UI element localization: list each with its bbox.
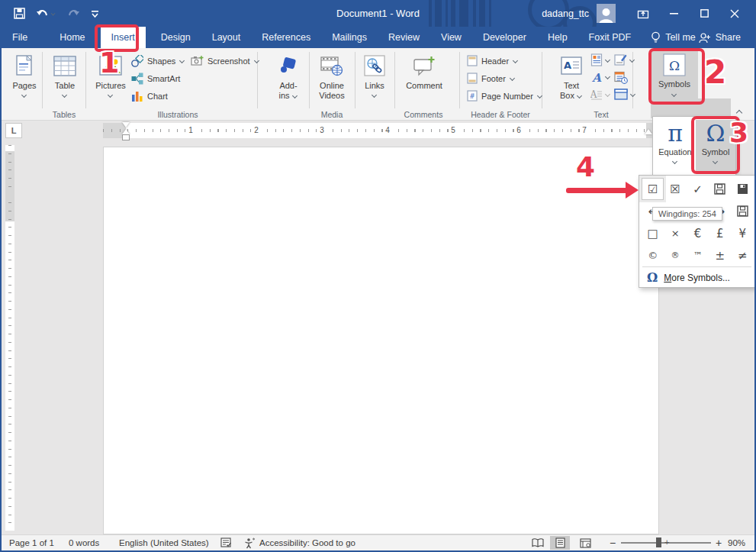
addins-button[interactable]: Add- ins bbox=[270, 50, 307, 108]
minimize-button[interactable] bbox=[658, 0, 689, 27]
symbol-cell-multiply[interactable]: × bbox=[664, 222, 686, 244]
symbol-cell-yen[interactable]: ¥ bbox=[732, 222, 754, 244]
zoom-in-button[interactable]: + bbox=[716, 535, 722, 550]
online-videos-label-line1: Online bbox=[320, 81, 344, 91]
smartart-button[interactable]: SmartArt bbox=[131, 73, 180, 85]
zoom-level[interactable]: 90% bbox=[728, 535, 745, 550]
wordart-button[interactable]: A bbox=[590, 71, 611, 83]
tab-home[interactable]: Home bbox=[49, 27, 95, 48]
ribbon-display-options-button[interactable] bbox=[628, 0, 658, 27]
close-button[interactable] bbox=[719, 0, 750, 27]
tab-stop-selector[interactable]: L bbox=[5, 123, 22, 138]
status-bar: Page 1 of 1 0 words English (United Stat… bbox=[2, 534, 754, 550]
links-button[interactable]: Links bbox=[358, 50, 391, 108]
tab-design[interactable]: Design bbox=[150, 27, 201, 48]
web-layout-button[interactable] bbox=[575, 536, 595, 550]
signature-line-chevron-icon bbox=[629, 58, 635, 63]
symbol-cell-floppy-light[interactable] bbox=[709, 178, 731, 200]
right-indent-marker[interactable] bbox=[645, 129, 652, 134]
symbol-cell-floppy-dark[interactable] bbox=[732, 178, 754, 200]
tab-help[interactable]: Help bbox=[537, 27, 578, 48]
tab-review[interactable]: Review bbox=[378, 27, 430, 48]
tab-foxit-pdf[interactable]: Foxit PDF bbox=[578, 27, 642, 48]
header-button[interactable]: Header bbox=[467, 55, 519, 66]
collapse-ribbon-button[interactable] bbox=[736, 109, 744, 115]
table-button[interactable]: Table bbox=[46, 50, 84, 108]
group-label-illustrations: Illustrations bbox=[157, 110, 198, 119]
symbol-cell-floppy-light-2[interactable] bbox=[732, 200, 754, 222]
symbol-cell-trademark[interactable]: ™ bbox=[687, 244, 709, 266]
pages-button[interactable]: Pages bbox=[8, 50, 41, 108]
annotation-number-3: 3 bbox=[729, 117, 748, 148]
symbol-gallery-dropdown: ☑ ☒ ✓ ← ↓ ↑ → □ × € £ ¥ © ® ™ ± ≠ bbox=[639, 175, 755, 288]
tab-mailings[interactable]: Mailings bbox=[321, 27, 378, 48]
text-box-button[interactable]: A Text Box bbox=[554, 50, 589, 108]
accessibility-status[interactable]: Accessibility: Good to go bbox=[259, 535, 355, 550]
header-chevron-icon bbox=[513, 59, 519, 63]
floppy-icon bbox=[737, 205, 748, 217]
svg-text:A: A bbox=[591, 71, 602, 83]
accessibility-icon[interactable] bbox=[243, 537, 256, 549]
equation-pi-icon: π bbox=[668, 120, 683, 147]
symbol-cell-copyright[interactable]: © bbox=[642, 244, 664, 266]
symbol-cell-check-mark[interactable]: ✓ bbox=[687, 178, 709, 200]
recent-symbols-grid: ☑ ☒ ✓ ← ↓ ↑ → □ × € £ ¥ © ® ™ ± ≠ bbox=[642, 178, 754, 266]
left-indent-marker[interactable] bbox=[123, 135, 129, 140]
hanging-indent-marker[interactable] bbox=[122, 129, 130, 134]
smartart-label: SmartArt bbox=[147, 74, 180, 83]
symbol-cell-pound[interactable]: £ bbox=[709, 222, 731, 244]
horizontal-ruler[interactable]: 1 2 3 4 5 6 7 bbox=[103, 123, 659, 138]
object-chevron-icon bbox=[630, 92, 636, 97]
more-symbols-item[interactable]: Ω More Symbols... bbox=[639, 268, 754, 287]
page-number-button[interactable]: # Page Number bbox=[467, 90, 543, 102]
equation-button[interactable]: π Equation bbox=[655, 120, 695, 172]
screenshot-label: Screenshot bbox=[207, 56, 250, 66]
object-button[interactable] bbox=[614, 89, 636, 100]
read-mode-button[interactable] bbox=[528, 536, 548, 550]
tab-layout[interactable]: Layout bbox=[201, 27, 252, 48]
tell-me-box[interactable]: Tell me bbox=[642, 27, 705, 48]
comment-button[interactable]: Comment bbox=[401, 50, 447, 108]
tab-references[interactable]: References bbox=[251, 27, 321, 48]
online-videos-button[interactable]: Online Videos bbox=[311, 50, 352, 108]
symbol-cell-empty-box[interactable]: □ bbox=[642, 222, 664, 244]
drop-cap-chevron-icon bbox=[605, 92, 611, 97]
tab-file[interactable]: File bbox=[2, 27, 38, 48]
proofing-status-icon[interactable] bbox=[220, 537, 232, 548]
symbol-cell-not-equal[interactable]: ≠ bbox=[732, 244, 754, 266]
share-button[interactable]: Share bbox=[699, 27, 741, 48]
drop-cap-button[interactable]: A bbox=[590, 89, 611, 101]
zoom-out-button[interactable]: − bbox=[610, 535, 616, 550]
pages-chevron-icon bbox=[21, 93, 27, 98]
signature-line-icon bbox=[614, 53, 627, 66]
symbol-cell-euro[interactable]: € bbox=[687, 222, 709, 244]
print-layout-button[interactable] bbox=[550, 536, 570, 550]
screenshot-button[interactable]: Screenshot bbox=[191, 55, 260, 66]
symbol-cell-registered[interactable]: ® bbox=[664, 244, 686, 266]
quick-parts-button[interactable] bbox=[590, 53, 611, 66]
chart-button[interactable]: Chart bbox=[131, 90, 168, 102]
vertical-ruler[interactable] bbox=[5, 145, 14, 531]
svg-text:#: # bbox=[469, 92, 475, 100]
signature-line-button[interactable] bbox=[614, 53, 635, 66]
footer-button[interactable]: Footer bbox=[467, 73, 516, 84]
ruler-number: 4 bbox=[384, 126, 391, 134]
language-status[interactable]: English (United States) bbox=[119, 535, 209, 550]
tab-view[interactable]: View bbox=[430, 27, 472, 48]
lightbulb-icon bbox=[651, 31, 661, 44]
document-page[interactable] bbox=[103, 147, 659, 534]
maximize-button[interactable] bbox=[689, 0, 719, 27]
page-count-status[interactable]: Page 1 of 1 bbox=[9, 535, 54, 550]
tab-developer[interactable]: Developer bbox=[472, 27, 537, 48]
symbol-cell-checked-box[interactable]: ☑ bbox=[642, 178, 664, 200]
account-name[interactable]: dadang_ttc bbox=[542, 8, 589, 19]
symbol-cell-plus-minus[interactable]: ± bbox=[709, 244, 731, 266]
symbol-cell-crossed-box[interactable]: ☒ bbox=[664, 178, 686, 200]
shapes-button[interactable]: Shapes bbox=[131, 55, 185, 67]
ruler-number: 2 bbox=[253, 126, 260, 134]
avatar[interactable] bbox=[597, 4, 616, 23]
zoom-slider-thumb[interactable] bbox=[656, 537, 661, 547]
date-time-button[interactable] bbox=[614, 71, 628, 84]
first-line-indent-marker[interactable] bbox=[122, 122, 130, 128]
word-count-status[interactable]: 0 words bbox=[69, 535, 99, 550]
